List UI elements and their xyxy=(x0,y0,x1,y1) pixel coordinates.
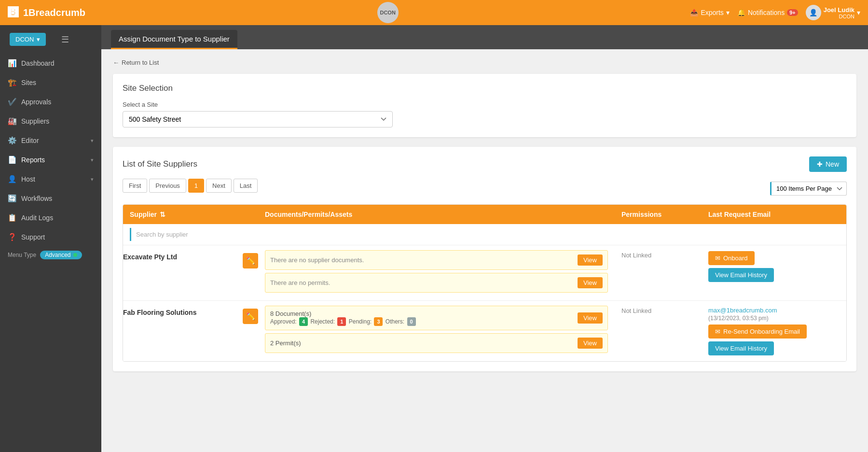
sidebar: DCON ▾ ☰ 📊 Dashboard 🏗️ Sites ✔️ Approva… xyxy=(0,25,101,452)
page-1-button[interactable]: 1 xyxy=(188,179,204,193)
plus-icon: ✚ xyxy=(817,160,823,168)
sidebar-item-reports[interactable]: 📄 Reports ▾ xyxy=(0,150,101,170)
sites-icon: 🏗️ xyxy=(8,78,16,87)
items-per-page-select[interactable]: 100 Items Per Page xyxy=(770,182,847,196)
last-page-button[interactable]: Last xyxy=(234,179,258,193)
view-email-history-button-1[interactable]: View Email History xyxy=(708,268,774,282)
th-documents: Documents/Permits/Assets xyxy=(258,205,615,224)
logo-text: 1Breadcrumb xyxy=(23,7,85,18)
notifications-badge: 9+ xyxy=(787,9,798,16)
doc-item-2: 8 Document(s) Approved: 4 Rejected: 1 Pe… xyxy=(265,306,608,330)
editor-arrow-icon: ▾ xyxy=(91,138,94,144)
supplier-list-card: List of Site Suppliers ✚ New First Previ… xyxy=(113,147,856,371)
email-icon-2: ✉ xyxy=(715,328,720,335)
sidebar-item-sites[interactable]: 🏗️ Sites xyxy=(0,73,101,92)
top-nav-right: 📤 Exports ▾ 🔔 Notifications 9+ 👤 Joel Lu… xyxy=(690,5,860,20)
table-row: Excavate Pty Ltd ✏️ There are no supplie… xyxy=(123,245,846,301)
exports-button[interactable]: 📤 Exports ▾ xyxy=(690,9,729,16)
user-org: DCON xyxy=(824,14,854,19)
suppliers-icon: 🏭 xyxy=(8,117,16,126)
sidebar-item-dashboard[interactable]: 📊 Dashboard xyxy=(0,54,101,73)
host-arrow-icon: ▾ xyxy=(91,176,94,183)
sub-nav: Assign Document Type to Supplier xyxy=(101,25,868,49)
docs-cell-1: There are no supplier documents. View Th… xyxy=(258,245,615,300)
supplier-name-1: Excavate Pty Ltd xyxy=(123,253,177,261)
org-dropdown-icon: ▾ xyxy=(37,36,40,43)
top-nav-left: 🅱 1Breadcrumb xyxy=(8,6,85,19)
host-icon: 👤 xyxy=(8,175,16,184)
email-icon-1: ✉ xyxy=(715,254,720,262)
top-nav: 🅱 1Breadcrumb DCON 📤 Exports ▾ 🔔 Notific… xyxy=(0,0,868,25)
edit-button-1[interactable]: ✏️ xyxy=(243,253,258,268)
sidebar-item-audit-logs[interactable]: 📋 Audit Logs xyxy=(0,208,101,227)
sidebar-item-host[interactable]: 👤 Host ▾ xyxy=(0,170,101,189)
search-input[interactable] xyxy=(130,228,265,241)
view-email-history-button-2[interactable]: View Email History xyxy=(708,341,774,355)
email-cell-1: ✉ Onboard View Email History xyxy=(702,245,846,300)
site-selection-title: Site Selection xyxy=(123,84,847,93)
audit-logs-icon: 📋 xyxy=(8,213,16,222)
dashboard-icon: 📊 xyxy=(8,59,16,68)
content-area: Assign Document Type to Supplier ← Retur… xyxy=(101,25,868,452)
pagination: First Previous 1 Next Last xyxy=(123,179,258,193)
new-button[interactable]: ✚ New xyxy=(809,156,847,172)
arrow-left-icon: ← xyxy=(113,59,119,66)
table-header: Supplier ⇅ Documents/Permits/Assets Perm… xyxy=(123,205,846,224)
user-name: Joel Ludik xyxy=(824,6,854,14)
site-select[interactable]: 500 Safety Street xyxy=(123,111,393,127)
items-per-page-wrap: 100 Items Per Page xyxy=(770,182,847,196)
main-wrapper: DCON ▾ ☰ 📊 Dashboard 🏗️ Sites ✔️ Approva… xyxy=(0,25,868,452)
exports-chevron: ▾ xyxy=(726,9,730,16)
next-page-button[interactable]: Next xyxy=(206,179,232,193)
edit-button-2[interactable]: ✏️ xyxy=(243,309,258,324)
sidebar-item-support[interactable]: ❓ Support xyxy=(0,227,101,247)
org-button[interactable]: DCON ▾ xyxy=(10,33,46,46)
bell-icon: 🔔 xyxy=(737,9,745,16)
sidebar-item-suppliers[interactable]: 🏭 Suppliers xyxy=(0,112,101,131)
pending-badge: 3 xyxy=(374,317,383,326)
others-badge: 0 xyxy=(407,317,416,326)
sidebar-item-approvals[interactable]: ✔️ Approvals xyxy=(0,92,101,112)
support-icon: ❓ xyxy=(8,233,16,241)
select-site-label: Select a Site xyxy=(123,101,847,108)
first-page-button[interactable]: First xyxy=(123,179,147,193)
email-link-2[interactable]: max@1breadcrumb.com xyxy=(708,307,840,314)
hamburger-icon[interactable]: ☰ xyxy=(55,30,75,49)
list-title: List of Site Suppliers xyxy=(123,159,197,169)
view-permits-button-2[interactable]: View xyxy=(578,338,603,349)
table-row: Fab Flooring Solutions ✏️ 8 Document(s) … xyxy=(123,301,846,361)
supplier-name-2: Fab Flooring Solutions xyxy=(123,309,196,316)
return-link[interactable]: ← Return to List xyxy=(113,59,856,66)
site-selection-card: Site Selection Select a Site 500 Safety … xyxy=(113,74,856,137)
user-chevron: ▾ xyxy=(857,9,860,16)
workflows-icon: 🔄 xyxy=(8,194,16,203)
sidebar-item-workflows[interactable]: 🔄 Workflows xyxy=(0,189,101,208)
list-header: List of Site Suppliers ✚ New xyxy=(123,156,847,172)
permissions-status-2: Not Linked xyxy=(621,307,651,314)
onboard-button-1[interactable]: ✉ Onboard xyxy=(708,251,755,265)
perms-cell-2: Not Linked xyxy=(615,301,702,361)
permit-item-1: There are no permits. View xyxy=(265,273,608,293)
previous-page-button[interactable]: Previous xyxy=(149,179,186,193)
view-docs-button-1[interactable]: View xyxy=(578,254,603,266)
resend-button-2[interactable]: ✉ Re-Send Onboarding Email xyxy=(708,325,807,339)
th-permissions: Permissions xyxy=(615,205,702,224)
top-nav-center: DCON xyxy=(377,2,399,23)
supplier-cell-2: Fab Flooring Solutions ✏️ xyxy=(123,301,258,361)
sidebar-item-editor[interactable]: ⚙️ Editor ▾ xyxy=(0,131,101,150)
doc-item-1: There are no supplier documents. View xyxy=(265,250,608,270)
docs-cell-2: 8 Document(s) Approved: 4 Rejected: 1 Pe… xyxy=(258,301,615,361)
tab-assign-document[interactable]: Assign Document Type to Supplier xyxy=(111,30,237,49)
view-docs-button-2[interactable]: View xyxy=(578,312,603,324)
user-menu[interactable]: 👤 Joel Ludik DCON ▾ xyxy=(806,5,860,20)
reports-icon: 📄 xyxy=(8,155,16,164)
approvals-icon: ✔️ xyxy=(8,98,16,106)
rejected-badge: 1 xyxy=(337,317,346,326)
email-cell-2: max@1breadcrumb.com (13/12/2023, 03:53 p… xyxy=(702,301,846,361)
permissions-status-1: Not Linked xyxy=(621,252,651,259)
sort-icon[interactable]: ⇅ xyxy=(160,211,165,218)
menu-type-dot xyxy=(73,253,77,257)
perms-cell-1: Not Linked xyxy=(615,245,702,300)
notifications-button[interactable]: 🔔 Notifications 9+ xyxy=(737,9,798,16)
view-permits-button-1[interactable]: View xyxy=(578,277,603,288)
